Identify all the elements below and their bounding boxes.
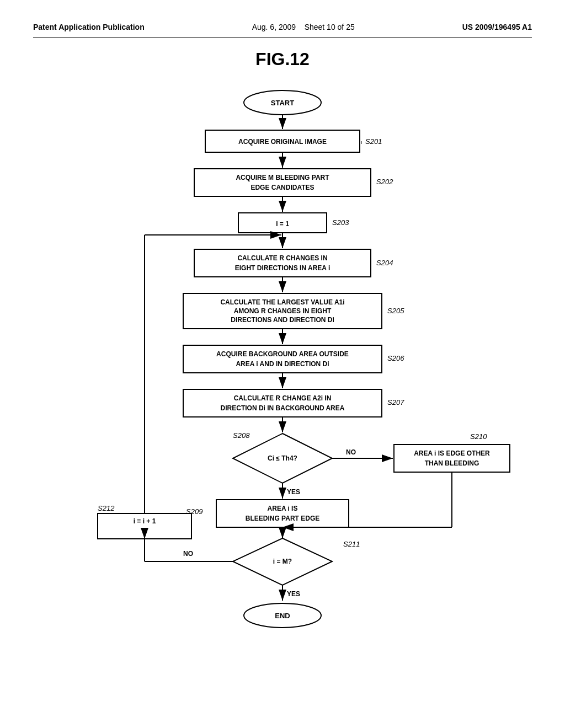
svg-text:DIRECTION Di IN BACKGROUND ARE: DIRECTION Di IN BACKGROUND AREA — [221, 404, 345, 412]
svg-text:EIGHT DIRECTIONS IN AREA i: EIGHT DIRECTIONS IN AREA i — [235, 264, 330, 272]
svg-text:AREA i AND IN DIRECTION Di: AREA i AND IN DIRECTION Di — [236, 360, 329, 368]
svg-text:CALCULATE THE LARGEST VALUE A1: CALCULATE THE LARGEST VALUE A1i — [220, 298, 344, 306]
svg-rect-18 — [194, 249, 371, 277]
svg-text:S204: S204 — [376, 259, 393, 267]
svg-text:S210: S210 — [470, 432, 487, 441]
sheet-label: Sheet 10 of 25 — [305, 23, 355, 31]
page: Patent Application Publication Aug. 6, 2… — [0, 0, 565, 728]
svg-text:i = M?: i = M? — [273, 558, 292, 565]
svg-text:S206: S206 — [387, 354, 404, 362]
svg-text:S202: S202 — [376, 178, 393, 186]
svg-text:THAN BLEEDING: THAN BLEEDING — [425, 459, 479, 467]
date-label: Aug. 6, 2009 — [252, 23, 296, 31]
svg-text:YES: YES — [287, 488, 300, 496]
patent-number: US 2009/196495 A1 — [462, 23, 532, 31]
svg-text:i = 1: i = 1 — [276, 220, 289, 228]
svg-text:ACQUIRE BACKGROUND AREA OUTSID: ACQUIRE BACKGROUND AREA OUTSIDE — [216, 350, 349, 358]
svg-text:S201: S201 — [365, 137, 382, 146]
svg-text:BLEEDING PART EDGE: BLEEDING PART EDGE — [246, 515, 319, 522]
svg-text:Ci ≤ Th4?: Ci ≤ Th4? — [268, 454, 297, 462]
svg-text:S208: S208 — [233, 431, 250, 440]
svg-text:ACQUIRE M BLEEDING PART: ACQUIRE M BLEEDING PART — [236, 174, 329, 181]
flowchart: START ACQUIRE ORIGINAL IMAGE S201 ACQUIR… — [33, 86, 532, 665]
svg-text:S212: S212 — [98, 504, 115, 512]
svg-text:i = i + 1: i = i + 1 — [134, 517, 156, 525]
svg-text:S211: S211 — [343, 540, 360, 548]
publication-label: Patent Application Publication — [33, 23, 145, 31]
svg-text:ACQUIRE ORIGINAL IMAGE: ACQUIRE ORIGINAL IMAGE — [238, 138, 327, 146]
svg-text:END: END — [275, 612, 290, 620]
header-center: Aug. 6, 2009 Sheet 10 of 25 — [252, 22, 355, 33]
svg-text:START: START — [271, 99, 294, 107]
svg-text:AMONG R CHANGES IN EIGHT: AMONG R CHANGES IN EIGHT — [234, 307, 332, 315]
svg-text:EDGE CANDIDATES: EDGE CANDIDATES — [250, 184, 314, 191]
svg-rect-50 — [394, 445, 510, 472]
header-left: Patent Application Publication — [33, 22, 145, 33]
svg-text:CALCULATE R CHANGE A2i IN: CALCULATE R CHANGE A2i IN — [234, 394, 332, 402]
figure-title: FIG.12 — [33, 49, 532, 69]
svg-text:NO: NO — [346, 448, 356, 456]
svg-text:AREA i IS: AREA i IS — [268, 505, 298, 512]
svg-text:S207: S207 — [387, 398, 404, 406]
svg-text:NO: NO — [183, 550, 193, 558]
header-right: US 2009/196495 A1 — [462, 22, 532, 33]
svg-text:CALCULATE R CHANGES IN: CALCULATE R CHANGES IN — [237, 254, 327, 262]
flowchart-svg: START ACQUIRE ORIGINAL IMAGE S201 ACQUIR… — [34, 86, 531, 665]
svg-rect-34 — [183, 389, 382, 417]
svg-text:S203: S203 — [332, 218, 349, 227]
header: Patent Application Publication Aug. 6, 2… — [33, 22, 532, 38]
svg-rect-9 — [194, 169, 371, 196]
svg-text:S205: S205 — [387, 307, 404, 315]
svg-text:YES: YES — [287, 590, 300, 598]
svg-rect-29 — [183, 345, 382, 373]
svg-text:AREA i IS EDGE OTHER: AREA i IS EDGE OTHER — [414, 449, 490, 457]
svg-rect-46 — [216, 500, 349, 527]
svg-text:DIRECTIONS AND DIRECTION Di: DIRECTIONS AND DIRECTION Di — [231, 316, 334, 324]
